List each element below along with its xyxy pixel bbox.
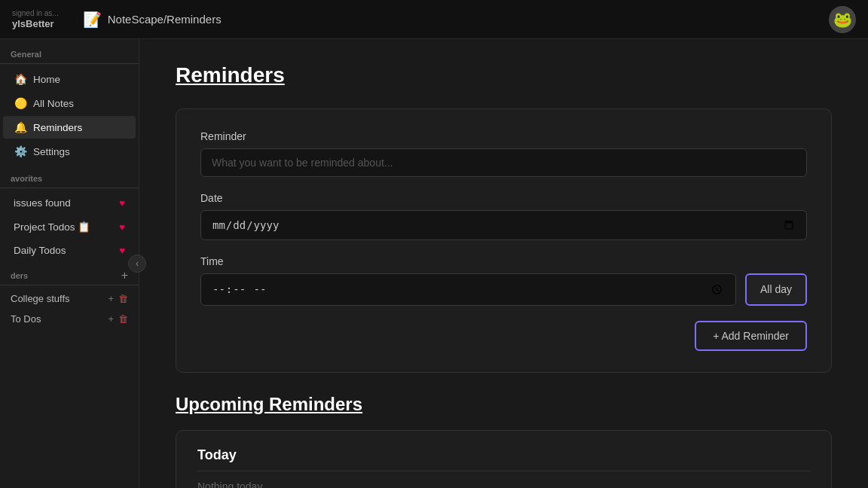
heart-icon-issues: ♥ bbox=[119, 197, 125, 209]
avatar: 🐸 bbox=[829, 6, 856, 33]
upcoming-title: Upcoming Reminders bbox=[176, 394, 832, 415]
add-reminder-card: Reminder Date Time All day + Add Reminde… bbox=[176, 108, 832, 373]
folders-label: ders bbox=[11, 271, 28, 280]
date-label: Date bbox=[200, 192, 807, 204]
reminder-input[interactable] bbox=[200, 148, 807, 177]
main-content: Reminders Reminder Date Time All day bbox=[139, 39, 868, 488]
time-form-group: Time All day bbox=[200, 255, 807, 306]
college-folder-actions: + 🗑 bbox=[108, 293, 128, 304]
folders-divider bbox=[0, 285, 139, 285]
app-layout: General 🏠 Home 🟡 All Notes 🔔 Reminders ⚙… bbox=[0, 39, 868, 488]
sidebar-settings-label: Settings bbox=[33, 146, 125, 157]
breadcrumb: NoteScape/Reminders bbox=[108, 13, 222, 26]
notes-icon: 🟡 bbox=[14, 97, 27, 109]
time-input-wrap bbox=[200, 273, 736, 306]
todos-folder-label: To Dos bbox=[11, 313, 41, 325]
add-folder-button[interactable]: + bbox=[121, 270, 128, 282]
sidebar-item-home[interactable]: 🏠 Home bbox=[3, 68, 136, 90]
add-note-college-button[interactable]: + bbox=[108, 293, 114, 304]
project-todos-label: Project Todos 📋 bbox=[14, 221, 113, 233]
topbar: signed in as... ylsBetter 📝 NoteScape/Re… bbox=[0, 0, 868, 39]
settings-icon: ⚙️ bbox=[14, 145, 27, 157]
add-note-todos-button[interactable]: + bbox=[108, 313, 114, 325]
sidebar-item-settings[interactable]: ⚙️ Settings bbox=[3, 140, 136, 163]
home-icon: 🏠 bbox=[14, 73, 27, 85]
heart-icon-daily: ♥ bbox=[119, 245, 125, 256]
general-section-label: General bbox=[0, 39, 139, 63]
sidebar-home-label: Home bbox=[33, 74, 125, 85]
general-divider bbox=[0, 63, 139, 64]
time-row: All day bbox=[200, 273, 807, 306]
todos-folder-actions: + 🗑 bbox=[108, 313, 128, 325]
sidebar-item-project-todos[interactable]: Project Todos 📋 ♥ bbox=[3, 215, 136, 238]
today-label: Today bbox=[197, 447, 810, 463]
delete-todos-button[interactable]: 🗑 bbox=[118, 313, 128, 325]
sidebar-item-daily-todos[interactable]: Daily Todos ♥ bbox=[3, 239, 136, 261]
add-reminder-row: + Add Reminder bbox=[200, 321, 807, 351]
today-divider bbox=[197, 471, 810, 471]
all-day-button[interactable]: All day bbox=[745, 273, 807, 306]
sidebar: General 🏠 Home 🟡 All Notes 🔔 Reminders ⚙… bbox=[0, 39, 139, 488]
nothing-today-text: Nothing today bbox=[197, 480, 810, 488]
app-name-text: ylsBetter bbox=[12, 18, 59, 31]
sidebar-reminders-label: Reminders bbox=[33, 122, 125, 133]
college-folder-label: College stuffs bbox=[11, 293, 70, 304]
collapse-arrow-icon: ‹ bbox=[136, 258, 139, 269]
reminders-icon: 🔔 bbox=[14, 121, 27, 133]
add-reminder-button[interactable]: + Add Reminder bbox=[695, 321, 807, 351]
folders-section-header: ders + bbox=[0, 262, 139, 285]
time-label: Time bbox=[200, 255, 807, 267]
sidebar-all-notes-label: All Notes bbox=[33, 98, 125, 109]
sidebar-folder-todos[interactable]: To Dos + 🗑 bbox=[0, 309, 139, 329]
sidebar-folder-college[interactable]: College stuffs + 🗑 bbox=[0, 288, 139, 309]
daily-todos-label: Daily Todos bbox=[14, 245, 113, 256]
date-input[interactable] bbox=[200, 210, 807, 240]
time-input[interactable] bbox=[200, 273, 736, 306]
favorites-section-label: avorites bbox=[0, 163, 139, 188]
reminder-label: Reminder bbox=[200, 130, 807, 142]
notepad-icon: 📝 bbox=[83, 11, 102, 29]
date-form-group: Date bbox=[200, 192, 807, 240]
reminder-form-group: Reminder bbox=[200, 130, 807, 177]
delete-college-button[interactable]: 🗑 bbox=[118, 293, 128, 304]
topbar-user-info: signed in as... ylsBetter bbox=[12, 8, 59, 31]
upcoming-reminders-card: Today Nothing today bbox=[176, 430, 832, 488]
avatar-emoji: 🐸 bbox=[833, 11, 852, 29]
sidebar-item-issues-found[interactable]: issues found ♥ bbox=[3, 192, 136, 214]
signed-in-as-text: signed in as... bbox=[12, 8, 59, 18]
page-title: Reminders bbox=[176, 63, 832, 87]
sidebar-collapse-button[interactable]: ‹ bbox=[128, 255, 146, 273]
issues-found-label: issues found bbox=[14, 197, 113, 209]
sidebar-item-all-notes[interactable]: 🟡 All Notes bbox=[3, 92, 136, 114]
favorites-divider bbox=[0, 188, 139, 188]
heart-icon-project: ♥ bbox=[119, 221, 125, 233]
sidebar-item-reminders[interactable]: 🔔 Reminders bbox=[3, 116, 136, 139]
